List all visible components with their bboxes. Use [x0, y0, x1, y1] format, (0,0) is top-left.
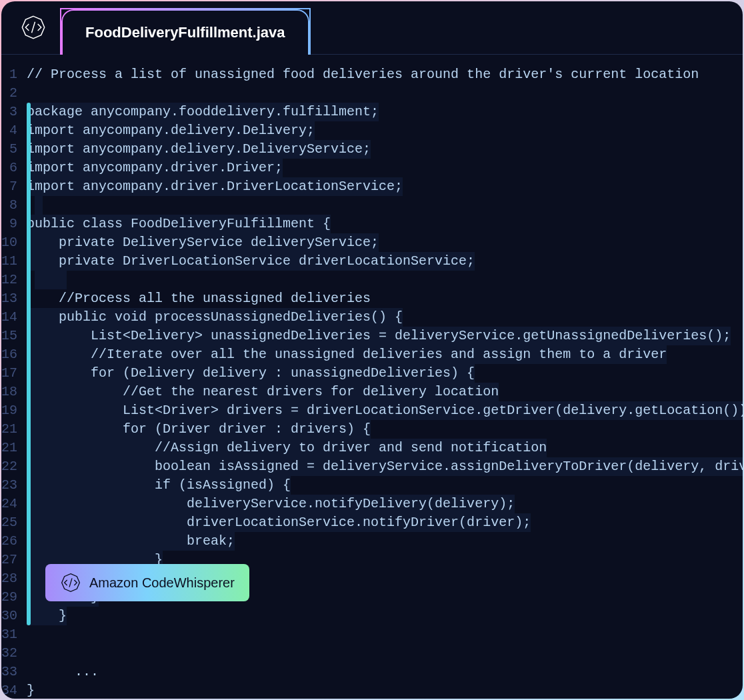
code-line [27, 196, 743, 215]
line-number: 16 [1, 345, 17, 364]
line-number: 15 [1, 327, 17, 345]
code-line [27, 625, 743, 644]
code-line: package anycompany.fooddelivery.fulfillm… [27, 103, 743, 121]
line-number: 13 [1, 289, 17, 308]
line-number: 24 [1, 495, 17, 513]
code-line: //Assign delivery to driver and send not… [27, 439, 743, 457]
code-line: import anycompany.delivery.Delivery; [27, 121, 743, 140]
code-line: //Iterate over all the unassigned delive… [27, 345, 743, 364]
code-line: import anycompany.delivery.DeliveryServi… [27, 140, 743, 159]
line-number: 10 [1, 233, 17, 252]
line-number: 3 [1, 103, 17, 121]
code-line: for (Driver driver : drivers) { [27, 420, 743, 439]
line-number: 30 [1, 607, 17, 625]
line-number: 22 [1, 457, 17, 476]
line-number: 9 [1, 215, 17, 233]
line-number: 27 [1, 551, 17, 569]
line-number: 23 [1, 476, 17, 495]
code-line [27, 644, 743, 663]
line-number: 6 [1, 159, 17, 177]
code-line: driverLocationService.notifyDriver(drive… [27, 513, 743, 532]
code-line: for (Delivery delivery : unassignedDeliv… [27, 364, 743, 383]
line-number: 5 [1, 140, 17, 159]
code-line: private DriverLocationService driverLoca… [27, 252, 743, 271]
code-line: import anycompany.driver.DriverLocationS… [27, 177, 743, 196]
app-logo-icon [20, 14, 47, 41]
line-number: 29 [1, 588, 17, 607]
line-number: 1 [1, 65, 17, 84]
titlebar: FoodDeliveryFulfillment.java [1, 1, 743, 55]
code-line: boolean isAssigned = deliveryService.ass… [27, 457, 743, 476]
line-number: 31 [1, 625, 17, 644]
line-number: 34 [1, 681, 17, 699]
line-number: 21 [1, 420, 17, 439]
line-number: 11 [1, 252, 17, 271]
line-number: 14 [1, 308, 17, 327]
file-tab[interactable]: FoodDeliveryFulfillment.java [60, 7, 311, 54]
line-number: 7 [1, 177, 17, 196]
code-line: List<Delivery> unassignedDeliveries = de… [27, 327, 743, 345]
code-line: //Process all the unassigned deliveries [27, 289, 743, 308]
code-line [27, 84, 743, 103]
codewhisperer-badge[interactable]: Amazon CodeWhisperer [45, 564, 249, 601]
line-number: 32 [1, 644, 17, 663]
code-line: if (isAssigned) { [27, 476, 743, 495]
code-line: import anycompany.driver.Driver; [27, 159, 743, 177]
line-number: 33 [1, 663, 17, 681]
change-indicator-bar [27, 103, 31, 625]
code-line: break; [27, 532, 743, 551]
line-number: 21 [1, 439, 17, 457]
line-number: 2 [1, 84, 17, 103]
line-number: 28 [1, 569, 17, 588]
code-line: } [27, 607, 743, 625]
line-number: 17 [1, 364, 17, 383]
code-line: private DeliveryService deliveryService; [27, 233, 743, 252]
code-line: public void processUnassignedDeliveries(… [27, 308, 743, 327]
file-tab-label: FoodDeliveryFulfillment.java [85, 24, 285, 41]
code-line: //Get the nearest drivers for delivery l… [27, 383, 743, 401]
code-line: List<Driver> drivers = driverLocationSer… [27, 401, 743, 420]
code-line [27, 271, 743, 289]
codewhisperer-icon [60, 572, 81, 593]
line-number: 12 [1, 271, 17, 289]
line-number: 18 [1, 383, 17, 401]
code-line: // Process a list of unassigned food del… [27, 65, 743, 84]
code-line: public class FoodDeliveryFulfillment { [27, 215, 743, 233]
codewhisperer-badge-label: Amazon CodeWhisperer [89, 575, 235, 591]
code-content[interactable]: // Process a list of unassigned food del… [27, 65, 743, 699]
line-number: 19 [1, 401, 17, 420]
line-number: 25 [1, 513, 17, 532]
line-number: 4 [1, 121, 17, 140]
code-line: deliveryService.notifyDelivery(delivery)… [27, 495, 743, 513]
code-line: } [27, 681, 743, 699]
editor-window: FoodDeliveryFulfillment.java 12345678910… [1, 1, 743, 699]
code-area: 1234567891011121314151617181921212223242… [1, 55, 743, 699]
line-number: 8 [1, 196, 17, 215]
line-number-gutter: 1234567891011121314151617181921212223242… [1, 65, 27, 699]
line-number: 26 [1, 532, 17, 551]
code-line: ... [27, 663, 743, 681]
